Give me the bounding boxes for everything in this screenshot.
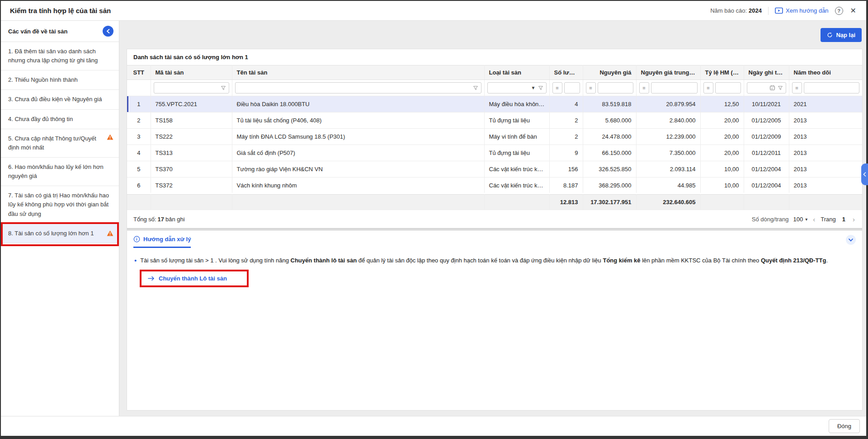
previous-page-button[interactable]: ‹ [812,215,816,223]
sidebar-header: Các vấn đề về tài sản [1,21,119,42]
sidebar-item-issue-7[interactable]: 7. Tài sản có giá trị Hao mòn/khấu hao l… [1,186,119,224]
cell-qty: 2 [549,129,583,145]
column-header-name[interactable]: Tên tài sản [232,65,484,80]
cell-cost: 326.525.850 [583,161,636,177]
view-guide-link[interactable]: Xem hướng dẫn [775,7,829,14]
column-header-year[interactable]: Năm theo dõi [789,65,862,80]
cell-code: TS370 [151,161,232,177]
report-year: Năm báo cáo:2024 [710,7,762,14]
table-row[interactable]: 5 TS370 Tường rào giáp Viện KH&CN VN Các… [127,161,862,177]
filter-input-rate[interactable] [715,82,741,93]
page-title: Kiểm tra tính hợp lệ của tài sản [10,7,111,14]
calendar-icon[interactable] [769,85,775,91]
close-icon[interactable]: ✕ [849,6,857,15]
cell-rate: 20,00 [700,112,744,129]
column-header-date[interactable]: Ngày ghi tăng [744,65,789,80]
cell-qty: 156 [549,161,583,177]
toolbar: Nạp lại [119,21,866,49]
sidebar-collapse-button[interactable] [103,26,113,37]
filter-input-cost[interactable] [598,82,633,93]
filter-operator-equals[interactable]: = [639,82,649,93]
collapse-guide-icon[interactable] [846,235,856,245]
sidebar-item-issue-3[interactable]: 3. Chưa đủ điều kiện về Nguyên giá [1,90,119,109]
totals-empty [127,194,151,210]
rows-per-page-label: Số dòng/trang [752,216,789,223]
filter-funnel-icon[interactable] [221,85,226,91]
cell-type: Máy điều hòa không... [484,96,549,112]
filter-input-avg-cost[interactable] [651,82,698,93]
cell-year: 2013 [789,112,862,129]
cell-code: 755.VPTC.2021 [151,96,232,112]
column-header-type[interactable]: Loại tài sản [484,65,549,80]
totals-empty [700,194,744,210]
filter-cell-rate: = [700,80,744,96]
cell-avg-cost: 20.879.954 [636,96,700,112]
table-row[interactable]: 1 755.VPTC.2021 Điều hòa Daikin 18.000BT… [127,96,862,112]
cell-qty: 4 [549,96,583,112]
guide-section: Hướng dẫn xử lý • Tài sản số lượng tài s… [127,230,862,410]
header-actions: Năm báo cáo:2024 Xem hướng dẫn ? ✕ [710,6,857,15]
help-icon[interactable]: ? [835,7,843,15]
expand-panel-handle[interactable] [861,163,868,185]
sidebar-item-issue-8[interactable]: 8. Tài sản có số lượng lớn hơn 1 [1,224,119,243]
convert-to-lot-link[interactable]: Chuyển thành Lô tài sản [148,275,227,282]
view-guide-label: Xem hướng dẫn [786,7,829,14]
filter-funnel-icon[interactable] [538,85,543,91]
totals-qty: 12.813 [549,194,583,210]
column-header-rate[interactable]: Tỷ lệ HM (%) [700,65,744,80]
filter-operator-equals[interactable]: = [703,82,713,93]
table-row[interactable]: 3 TS222 Máy tính ĐNA LCD Samsung 18.5 (P… [127,129,862,145]
sidebar-item-issue-4[interactable]: 4. Chưa đầy đủ thông tin [1,110,119,129]
filter-input-qty[interactable] [564,82,580,93]
filter-input-code[interactable] [157,85,218,91]
warning-icon [107,230,113,236]
filter-input-year[interactable] [804,82,860,93]
table-row[interactable]: 4 TS313 Giá sắt cố định (P507) Tủ đựng t… [127,145,862,161]
cell-code: TS158 [151,112,232,129]
cell-avg-cost: 12.239.000 [636,129,700,145]
column-header-code[interactable]: Mã tài sản [151,65,232,80]
reload-button[interactable]: Nạp lại [821,28,862,42]
sidebar-item-label: 8. Tài sản có số lượng lớn hơn 1 [8,229,103,238]
sidebar-item-issue-2[interactable]: 2. Thiếu Nguồn hình thành [1,70,119,90]
guide-note-text: Tài sản số lượng tài sản > 1 . Vui lòng … [140,256,828,265]
sidebar-item-issue-6[interactable]: 6. Hao mòn/khấu hao lũy kế lớn hơn nguyê… [1,158,119,186]
filter-funnel-icon[interactable] [473,85,478,91]
filter-operator-equals[interactable]: = [792,82,802,93]
filter-select-type[interactable]: ▼ [487,82,547,93]
column-header-cost[interactable]: Nguyên giá [583,65,636,80]
caret-down-icon: ▾ [805,217,807,222]
filter-input-name[interactable] [238,85,471,91]
cell-name: Tủ tài liệu sắt chống (P406, 408) [232,112,484,129]
cell-date: 10/11/2021 [744,96,789,112]
page-label: Trang [821,216,835,223]
filter-cell-year: = [789,80,862,96]
next-page-button[interactable]: › [852,215,856,223]
cell-code: TS313 [151,145,232,161]
sidebar-item-label: 5. Chưa cập nhật Thông tư/Quyết định mới… [8,134,103,152]
cell-cost: 368.295.000 [583,177,636,194]
cell-qty: 2 [549,112,583,129]
filter-operator-equals[interactable]: = [586,82,596,93]
page-number: 1 [840,216,847,223]
table-row[interactable]: 2 TS158 Tủ tài liệu sắt chống (P406, 408… [127,112,862,129]
filter-cell-qty: = [549,80,583,96]
close-button[interactable]: Đóng [829,419,860,433]
filter-funnel-icon[interactable] [778,85,783,91]
sidebar-item-issue-5[interactable]: 5. Chưa cập nhật Thông tư/Quyết định mới… [1,129,119,158]
tab-guide[interactable]: Hướng dẫn xử lý [133,236,191,248]
rows-per-page-select[interactable]: 100 ▾ [793,216,808,223]
filter-cell-date [744,80,789,96]
cell-rate: 10,00 [700,161,744,177]
issues-sidebar: Các vấn đề về tài sản 1. Đã thêm tài sản… [1,21,119,416]
cell-name: Điều hòa Daikin 18.000BTU [232,96,484,112]
table-row[interactable]: 6 TS372 Vách kính khung nhôm Các vật kiế… [127,177,862,194]
filter-operator-equals[interactable]: = [552,82,562,93]
main-panel: Nạp lại Danh sách tài sản có số lượng lớ… [119,21,866,416]
column-header-qty[interactable]: Số lượng [549,65,583,80]
column-header-stt[interactable]: STT [127,65,151,80]
column-header-avg-cost[interactable]: Nguyên giá trung bì... [636,65,700,80]
sidebar-item-issue-1[interactable]: 1. Đã thêm tài sản vào danh sách nhưng c… [1,42,119,70]
asset-list-card: Danh sách tài sản có số lượng lớn hơn 1 … [127,49,863,411]
cell-date: 01/12/2004 [744,161,789,177]
